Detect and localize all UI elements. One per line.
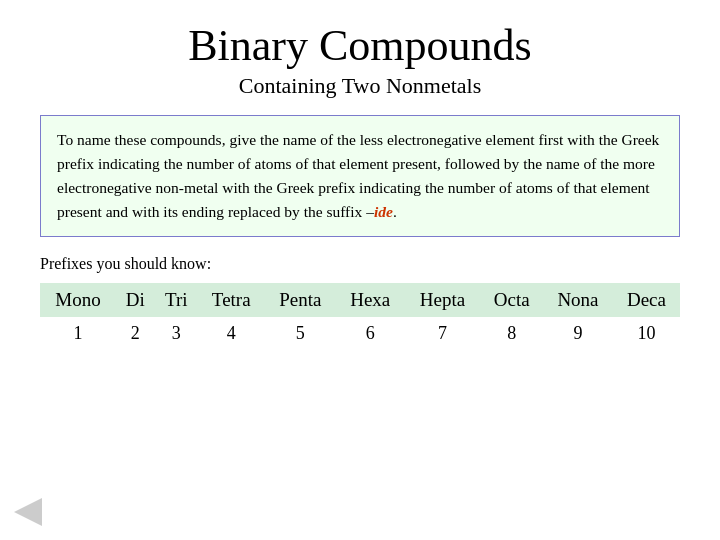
num-6: 6: [336, 317, 404, 350]
num-2: 2: [116, 317, 154, 350]
slide: Binary Compounds Containing Two Nonmetal…: [0, 0, 720, 540]
description-highlight: ide: [374, 203, 393, 220]
prefix-nona: Nona: [543, 283, 613, 317]
num-5: 5: [265, 317, 337, 350]
prefix-numbers-row: 1 2 3 4 5 6 7 8 9 10: [40, 317, 680, 350]
prefix-mono: Mono: [40, 283, 116, 317]
main-title: Binary Compounds: [40, 20, 680, 73]
prefix-table: Mono Di Tri Tetra Penta Hexa Hepta Octa …: [40, 283, 680, 350]
prefix-hepta: Hepta: [405, 283, 481, 317]
back-arrow-icon[interactable]: [14, 498, 42, 526]
prefix-deca: Deca: [613, 283, 680, 317]
num-4: 4: [198, 317, 265, 350]
prefix-tetra: Tetra: [198, 283, 265, 317]
num-3: 3: [154, 317, 197, 350]
title-section: Binary Compounds Containing Two Nonmetal…: [40, 20, 680, 99]
num-10: 10: [613, 317, 680, 350]
prefix-octa: Octa: [481, 283, 543, 317]
prefix-names-row: Mono Di Tri Tetra Penta Hexa Hepta Octa …: [40, 283, 680, 317]
prefix-tri: Tri: [154, 283, 197, 317]
num-8: 8: [481, 317, 543, 350]
num-9: 9: [543, 317, 613, 350]
prefix-penta: Penta: [265, 283, 337, 317]
subtitle: Containing Two Nonmetals: [40, 73, 680, 99]
prefixes-label: Prefixes you should know:: [40, 255, 680, 273]
description-box: To name these compounds, give the name o…: [40, 115, 680, 237]
description-text-before: To name these compounds, give the name o…: [57, 131, 659, 220]
prefix-di: Di: [116, 283, 154, 317]
description-text-after: .: [393, 203, 397, 220]
num-1: 1: [40, 317, 116, 350]
num-7: 7: [405, 317, 481, 350]
prefix-hexa: Hexa: [336, 283, 404, 317]
